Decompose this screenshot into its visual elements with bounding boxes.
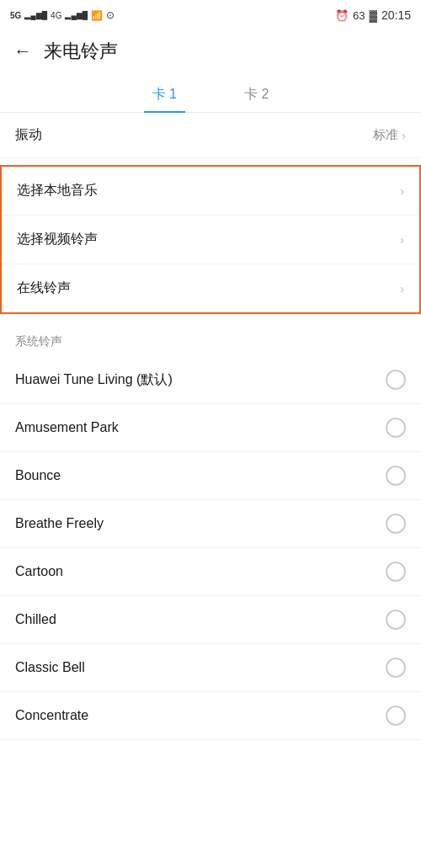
ringtone-label-classic-bell: Classic Bell	[15, 660, 85, 675]
carrier-4g: 4G	[51, 11, 61, 20]
ringtone-label-amusement-park: Amusement Park	[15, 420, 119, 435]
page-header: ← 来电铃声	[0, 30, 421, 76]
ringtone-row-amusement-park[interactable]: Amusement Park	[0, 404, 421, 452]
alarm-icon: ⏰	[335, 9, 349, 22]
back-button[interactable]: ←	[13, 40, 32, 62]
online-ringtone-row[interactable]: 在线铃声 ›	[2, 264, 419, 312]
battery-icon: ▓	[369, 9, 376, 22]
ringtone-row-concentrate[interactable]: Concentrate	[0, 692, 421, 740]
tab-card2-label: 卡 2	[244, 87, 269, 101]
page-title: 来电铃声	[44, 39, 118, 64]
video-ringtone-label: 选择视频铃声	[17, 231, 98, 248]
ringtone-label-bounce: Bounce	[15, 468, 61, 483]
ringtone-row-bounce[interactable]: Bounce	[0, 452, 421, 500]
ringtone-label-cartoon: Cartoon	[15, 564, 63, 579]
radio-classic-bell	[386, 658, 406, 678]
local-music-label: 选择本地音乐	[17, 182, 98, 200]
tab-card1[interactable]: 卡 1	[144, 79, 185, 112]
battery-percent: 63	[353, 9, 365, 22]
radio-bounce	[386, 466, 406, 486]
ringtone-row-huawei-tune[interactable]: Huawei Tune Living (默认)	[0, 356, 421, 404]
tab-card2[interactable]: 卡 2	[236, 79, 277, 112]
ringtone-label-huawei-tune: Huawei Tune Living (默认)	[15, 371, 173, 389]
ringtone-row-chilled[interactable]: Chilled	[0, 596, 421, 644]
radio-chilled	[386, 610, 406, 630]
ringtone-row-classic-bell[interactable]: Classic Bell	[0, 644, 421, 692]
ringtone-list: Huawei Tune Living (默认) Amusement Park B…	[0, 356, 421, 740]
tab-card1-label: 卡 1	[152, 87, 177, 101]
local-music-row[interactable]: 选择本地音乐 ›	[2, 167, 419, 216]
vibration-row[interactable]: 振动 标准 ›	[0, 113, 421, 158]
ringtone-row-breathe-freely[interactable]: Breathe Freely	[0, 500, 421, 548]
radio-concentrate	[386, 706, 406, 726]
highlighted-options-section: 选择本地音乐 › 选择视频铃声 › 在线铃声 ›	[0, 165, 421, 314]
online-ringtone-label: 在线铃声	[17, 280, 71, 297]
ringtone-label-chilled: Chilled	[15, 612, 56, 627]
tabs-container: 卡 1 卡 2	[0, 76, 421, 113]
status-bar: 5G ▂▄▆█ 4G ▂▄▆█ 📶 ⊙ ⏰ 63 ▓ 20:15	[0, 0, 421, 30]
ringtone-label-breathe-freely: Breathe Freely	[15, 516, 104, 531]
system-ringtones-header: 系统铃声	[0, 321, 421, 356]
online-ringtone-chevron: ›	[400, 282, 404, 296]
ringtone-label-concentrate: Concentrate	[15, 708, 88, 723]
vibration-chevron: ›	[402, 129, 406, 142]
radio-cartoon	[386, 562, 406, 582]
radio-amusement-park	[386, 418, 406, 438]
video-ringtone-row[interactable]: 选择视频铃声 ›	[2, 216, 419, 264]
local-music-chevron: ›	[400, 184, 404, 198]
signal-1: ▂▄▆█	[24, 12, 47, 19]
status-right: ⏰ 63 ▓ 20:15	[335, 8, 411, 22]
vibration-value-text: 标准	[373, 127, 398, 143]
ringtone-row-cartoon[interactable]: Cartoon	[0, 548, 421, 596]
video-ringtone-chevron: ›	[400, 233, 404, 247]
hotspot-icon: ⊙	[106, 9, 115, 21]
wifi-icon: 📶	[91, 10, 103, 21]
radio-huawei-tune	[386, 370, 406, 390]
status-left: 5G ▂▄▆█ 4G ▂▄▆█ 📶 ⊙	[10, 9, 115, 21]
radio-breathe-freely	[386, 514, 406, 534]
carrier-info: 5G	[10, 11, 21, 20]
signal-2: ▂▄▆█	[65, 12, 88, 19]
time-display: 20:15	[381, 8, 411, 22]
vibration-label: 振动	[15, 126, 42, 144]
vibration-value: 标准 ›	[373, 127, 406, 143]
